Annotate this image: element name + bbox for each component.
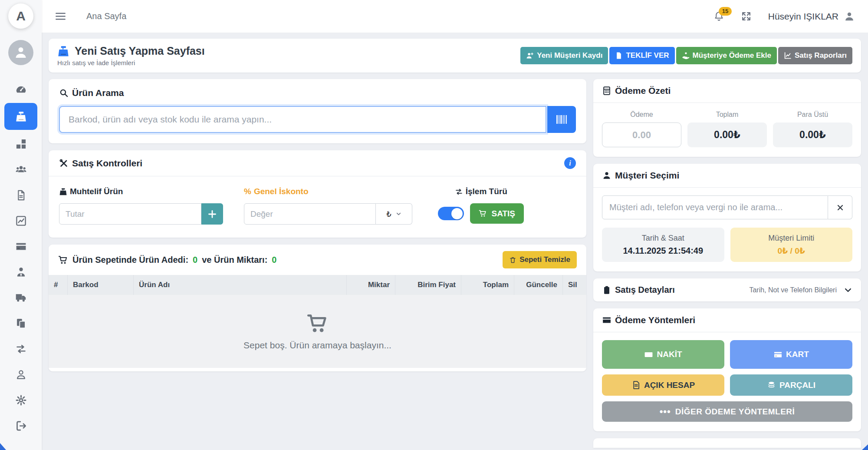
sale-mode-label: SATIŞ <box>491 209 515 218</box>
add-misc-product-button[interactable] <box>201 203 223 225</box>
sidebar-item-dashboard[interactable] <box>4 76 37 102</box>
notifications-button[interactable]: 15 <box>713 11 724 22</box>
pay-split-button[interactable]: PARÇALI <box>730 374 852 396</box>
close-icon <box>836 203 845 212</box>
clear-customer-button[interactable] <box>828 195 852 219</box>
sidebar-item-personnel[interactable] <box>4 259 37 285</box>
fullscreen-button[interactable] <box>741 11 752 22</box>
page-header-titles: Yeni Satış Yapma Sayfası Hızlı satış ve … <box>57 45 205 66</box>
col-total: Toplam <box>461 275 514 295</box>
left-column: Ürün Arama Satış Kontrolleri i <box>49 79 586 371</box>
discount-label: Genel İskonto <box>254 187 309 196</box>
col-update: Güncelle <box>514 275 563 295</box>
toggle-knob <box>451 208 463 219</box>
clipboard-icon <box>602 285 612 295</box>
barcode-icon <box>555 113 568 126</box>
credit-card-icon <box>602 315 612 325</box>
col-product-name: Ürün Adı <box>134 275 347 295</box>
col-barcode: Barkod <box>68 275 134 295</box>
new-customer-button[interactable]: Yeni Müşteri Kaydı <box>520 47 608 64</box>
make-offer-button[interactable]: TEKLİF VER <box>609 47 674 64</box>
cart-empty-state: Sepet boş. Ürün aramaya başlayın... <box>49 295 586 368</box>
payment-amount-input[interactable] <box>602 122 681 147</box>
user-outline-icon <box>15 369 27 381</box>
currency-symbol: ₺ <box>386 209 391 219</box>
pay-card-button[interactable]: KART <box>730 340 852 369</box>
clear-cart-button[interactable]: Sepeti Temizle <box>503 251 577 268</box>
file-pdf-icon <box>615 52 623 60</box>
users-icon <box>15 164 27 175</box>
sales-reports-label: Satış Raporları <box>795 51 847 60</box>
sidebar-item-reports[interactable] <box>4 208 37 233</box>
info-glyph: i <box>569 159 571 167</box>
payment-methods-card: Ödeme Yöntemleri NAKİT KART <box>593 308 861 431</box>
misc-amount-input[interactable] <box>59 203 201 225</box>
add-customer-payment-button[interactable]: Müşteriye Ödeme Ekle <box>676 47 777 64</box>
pay-open-account-button[interactable]: AÇIK HESAP <box>602 374 724 396</box>
money-bill-icon <box>644 350 653 359</box>
pay-open-account-label: AÇIK HESAP <box>644 381 695 390</box>
cash-register-icon <box>15 111 27 122</box>
user-menu[interactable]: Hüseyin IŞIKLAR <box>768 11 855 22</box>
app-logo[interactable]: A <box>8 3 33 29</box>
tools-icon <box>59 159 69 168</box>
col-index: # <box>49 275 68 295</box>
discount-unit-select[interactable]: ₺ <box>376 203 412 225</box>
sidebar-item-products[interactable] <box>4 131 37 156</box>
customer-search-input[interactable] <box>602 195 828 219</box>
transaction-type-toggle[interactable] <box>438 207 464 220</box>
sidebar-item-sales-register[interactable] <box>4 103 37 130</box>
sidebar-item-payments[interactable] <box>4 234 37 259</box>
barcode-scan-button[interactable] <box>547 106 576 133</box>
sale-details-title: Satış Detayları <box>615 285 675 295</box>
info-icon[interactable]: i <box>564 157 576 169</box>
discount-value-input[interactable] <box>244 203 376 225</box>
pay-cash-button[interactable]: NAKİT <box>602 340 724 369</box>
right-column: Ödeme Özeti Ödeme Toplam 0.00₺ Para <box>593 79 861 448</box>
payment-summary-card: Ödeme Özeti Ödeme Toplam 0.00₺ Para <box>593 79 861 157</box>
customer-limit-label: Müşteri Limiti <box>735 234 848 243</box>
hand-money-icon <box>682 52 690 60</box>
coins-icon <box>767 381 776 390</box>
discount-group: % Genel İskonto ₺ <box>244 187 412 225</box>
breadcrumb: Ana Sayfa <box>86 11 126 21</box>
truck-icon <box>15 292 27 304</box>
sidebar-item-documents[interactable] <box>4 182 37 208</box>
payment-column: Ödeme <box>602 111 681 147</box>
sale-details-accordion[interactable]: Satış Detayları Tarih, Not ve Telefon Bi… <box>593 278 861 301</box>
sale-mode-button[interactable]: SATIŞ <box>470 203 524 224</box>
sidebar-item-invoices[interactable] <box>4 311 37 336</box>
cart-item-count: 0 <box>193 255 197 265</box>
payment-label: Ödeme <box>630 111 653 119</box>
sidebar-item-settings[interactable] <box>4 387 37 413</box>
user-tie-icon <box>15 266 27 278</box>
calculator-icon <box>602 86 612 96</box>
cart-table-header: # Barkod Ürün Adı Miktar Birim Fiyat Top… <box>49 275 586 295</box>
user-name: Hüseyin IŞIKLAR <box>768 11 838 22</box>
payment-methods-title: Ödeme Yöntemleri <box>615 315 695 325</box>
chevron-down-icon[interactable] <box>844 286 852 294</box>
plus-icon <box>207 209 217 219</box>
change-label: Para Üstü <box>797 111 828 119</box>
datetime-label: Tarih & Saat <box>606 234 720 243</box>
make-offer-label: TEKLİF VER <box>626 51 669 60</box>
other-payment-methods-button[interactable]: ••• DİĞER ÖDEME YÖNTEMLERİ <box>602 401 852 422</box>
col-delete: Sil <box>563 275 586 295</box>
cart-icon <box>479 209 487 218</box>
user-icon <box>844 11 855 22</box>
sales-reports-button[interactable]: Satış Raporları <box>778 47 852 64</box>
transaction-type-label: İşlem Türü <box>466 187 507 196</box>
topbar-right: 15 Hüseyin IŞIKLAR <box>713 11 855 22</box>
sidebar-item-transactions[interactable] <box>4 336 37 361</box>
sidebar-item-customers[interactable] <box>4 157 37 182</box>
total-value: 0.00₺ <box>687 122 767 147</box>
avatar[interactable] <box>8 40 33 65</box>
document-icon <box>15 189 27 201</box>
product-search-input[interactable] <box>59 106 546 133</box>
hamburger-menu-icon[interactable] <box>55 10 66 22</box>
sidebar-item-logout[interactable] <box>4 413 37 438</box>
pay-split-label: PARÇALI <box>779 381 815 390</box>
sidebar-item-account[interactable] <box>4 362 37 387</box>
sidebar-item-shipping[interactable] <box>4 285 37 310</box>
percent-icon: % <box>244 187 251 196</box>
